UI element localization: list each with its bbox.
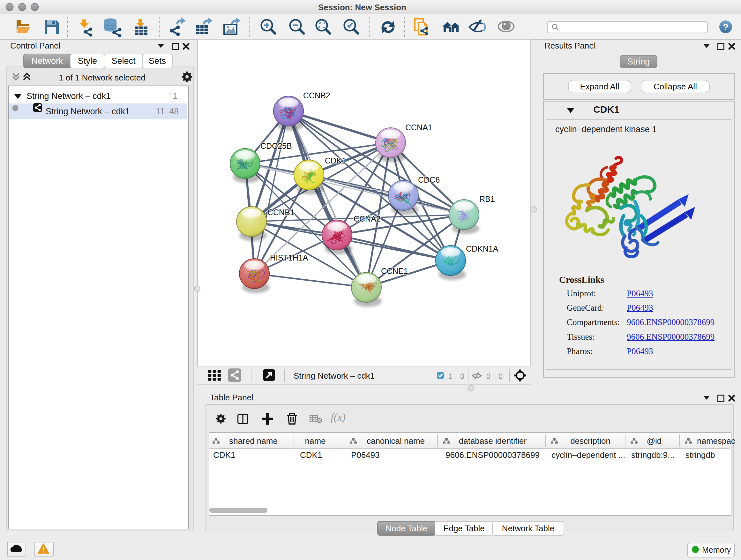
svg-text:CDKN1A: CDKN1A: [466, 244, 498, 253]
svg-text:RB1: RB1: [479, 194, 495, 203]
svg-text:CDK1: CDK1: [325, 156, 346, 165]
svg-text:CCNA1: CCNA1: [405, 123, 432, 132]
svg-text:CDC6: CDC6: [418, 175, 440, 184]
svg-text:?: ?: [723, 22, 729, 32]
svg-text:CCNB2: CCNB2: [303, 91, 330, 100]
svg-text:CCNB1: CCNB1: [267, 208, 294, 217]
svg-text:CDC25B: CDC25B: [260, 141, 292, 150]
svg-text:CCNE1: CCNE1: [381, 266, 408, 275]
svg-text:HIST1H1A: HIST1H1A: [270, 253, 308, 262]
svg-text:CCNA2: CCNA2: [354, 214, 381, 223]
